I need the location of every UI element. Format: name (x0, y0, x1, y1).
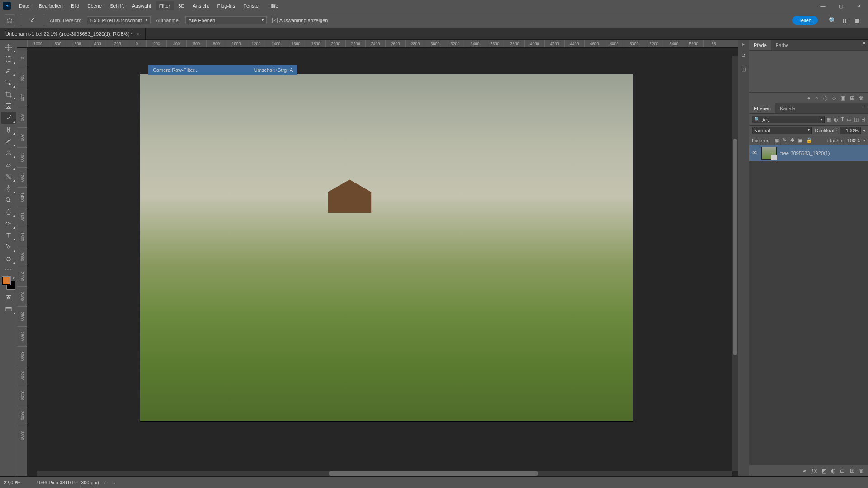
link-layers-icon[interactable]: ⚭ (802, 468, 807, 474)
screen-mode-tool[interactable] (1, 304, 16, 315)
show-ring-checkbox[interactable]: ✓Auswahlring anzeigen (272, 18, 328, 23)
quick-mask-tool[interactable] (1, 292, 16, 304)
tab-farbe[interactable]: Farbe (771, 40, 793, 50)
path-from-selection-icon[interactable]: ◇ (832, 95, 836, 101)
status-flyout-icon[interactable]: › (104, 480, 106, 485)
layer-row[interactable]: 👁 tree-3095683_1920(1) (749, 145, 868, 161)
blur-tool[interactable] (1, 206, 16, 218)
menu-ebene[interactable]: Ebene (84, 1, 105, 10)
close-tab-icon[interactable]: × (137, 31, 140, 37)
filter-pixel-icon[interactable]: ▦ (826, 117, 831, 122)
menu-hilfe[interactable]: Hilfe (264, 1, 282, 10)
brush-tool[interactable] (1, 136, 16, 147)
frame-tool[interactable] (1, 100, 16, 112)
panel-toggle-icon[interactable]: ▥ (855, 17, 861, 24)
panel-menu-icon[interactable]: ≡ (860, 103, 868, 113)
search-icon[interactable]: 🔍 (829, 17, 836, 24)
scrollbar-thumb[interactable] (733, 139, 737, 355)
menu-3d[interactable]: 3D (175, 1, 188, 10)
filter-menu-highlight[interactable]: Camera Raw-Filter... Umschalt+Strg+A (148, 65, 297, 75)
menu-filter[interactable]: Filter (156, 1, 174, 10)
tab-ebenen[interactable]: Ebenen (749, 103, 775, 113)
layer-mask-icon[interactable]: ◩ (821, 468, 826, 474)
doc-info[interactable]: 4936 Px x 3319 Px (300 ppi) (36, 480, 99, 485)
ruler-horizontal[interactable]: -1000-800-600-400-2000200400600800100012… (27, 40, 738, 48)
menu-bearbeiten[interactable]: Bearbeiten (35, 1, 66, 10)
delete-path-icon[interactable]: 🗑 (859, 95, 864, 101)
fill-path-icon[interactable]: ● (807, 95, 811, 101)
layer-filter-dropdown[interactable]: 🔍 Art ▾ (752, 116, 825, 123)
lasso-tool[interactable] (1, 65, 16, 77)
menu-fenster[interactable]: Fenster (240, 1, 264, 10)
visibility-toggle-icon[interactable]: 👁 (752, 150, 758, 156)
sample-size-dropdown[interactable]: 5 x 5 Pixel Durchschnitt▾ (87, 16, 151, 24)
layer-list[interactable]: 👁 tree-3095683_1920(1) (749, 145, 868, 465)
canvas-area[interactable]: Camera Raw-Filter... Umschalt+Strg+A (27, 48, 738, 476)
lock-all-icon[interactable]: 🔒 (806, 137, 812, 143)
eyedropper-tool-icon[interactable] (27, 14, 38, 26)
filter-adjust-icon[interactable]: ◐ (834, 117, 838, 122)
scrollbar-thumb[interactable] (329, 471, 538, 476)
eyedropper-tool[interactable] (1, 112, 16, 124)
ruler-vertical[interactable]: 0200400600800100012001400160018002000220… (17, 48, 27, 476)
layer-group-icon[interactable]: 🗀 (840, 468, 845, 474)
lock-artboard-icon[interactable]: ▣ (798, 137, 802, 143)
shape-tool[interactable] (1, 253, 16, 265)
blend-mode-dropdown[interactable]: Normal▾ (752, 127, 812, 134)
expand-dock-icon[interactable]: ▸ (742, 42, 745, 47)
crop-tool[interactable] (1, 89, 16, 100)
panel-menu-icon[interactable]: ≡ (860, 40, 868, 50)
filter-type-icon[interactable]: T (841, 117, 844, 122)
eraser-tool[interactable] (1, 159, 16, 171)
menu-plugins[interactable]: Plug-ins (213, 1, 239, 10)
menu-datei[interactable]: Datei (15, 1, 34, 10)
minimize-button[interactable]: — (814, 0, 832, 12)
layer-fx-icon[interactable]: ƒx (811, 468, 817, 474)
paths-panel-body[interactable] (749, 51, 868, 92)
status-nav-left-icon[interactable]: ‹ (113, 480, 115, 485)
home-button[interactable] (4, 14, 15, 26)
sample-layers-dropdown[interactable]: Alle Ebenen▾ (185, 16, 267, 24)
fill-input[interactable]: 100% (847, 138, 860, 143)
menu-bild[interactable]: Bild (67, 1, 83, 10)
delete-layer-icon[interactable]: 🗑 (859, 468, 864, 474)
history-panel-icon[interactable]: ↺ (739, 51, 748, 60)
foreground-color[interactable] (2, 277, 10, 285)
lock-pixels-icon[interactable]: ✎ (783, 137, 787, 143)
adjustment-layer-icon[interactable]: ◐ (831, 468, 835, 474)
zoom-value[interactable]: 22,09% (4, 480, 31, 485)
maximize-button[interactable]: ▢ (832, 0, 850, 12)
layer-name-label[interactable]: tree-3095683_1920(1) (780, 150, 865, 156)
lock-position-icon[interactable]: ✥ (790, 137, 794, 143)
document-tab[interactable]: Unbenannt-1 bei 22,1% (tree-3095683_1920… (0, 28, 146, 39)
close-button[interactable]: ✕ (850, 0, 868, 12)
opacity-input[interactable]: 100% (840, 127, 861, 134)
marquee-tool[interactable] (1, 53, 16, 65)
new-path-icon[interactable]: ⊞ (850, 95, 854, 101)
document-image[interactable] (140, 74, 633, 421)
new-layer-icon[interactable]: ⊞ (850, 468, 854, 474)
selection-from-path-icon[interactable]: ◌ (823, 95, 827, 101)
path-select-tool[interactable] (1, 241, 16, 253)
gradient-tool[interactable] (1, 171, 16, 183)
tab-pfade[interactable]: Pfade (749, 40, 771, 50)
menu-ansicht[interactable]: Ansicht (189, 1, 212, 10)
type-tool[interactable] (1, 230, 16, 241)
vertical-scrollbar[interactable] (732, 56, 738, 471)
pen-tool[interactable] (1, 183, 16, 194)
move-tool[interactable] (1, 42, 16, 53)
libraries-panel-icon[interactable]: ◫ (739, 65, 748, 74)
stroke-path-icon[interactable]: ○ (815, 95, 818, 101)
layer-thumbnail[interactable] (761, 147, 777, 160)
horizontal-scrollbar[interactable] (37, 471, 732, 476)
chevron-down-icon[interactable]: ▾ (863, 129, 865, 133)
lock-transparency-icon[interactable]: ▩ (774, 137, 779, 143)
ruler-origin[interactable] (17, 40, 27, 48)
clone-stamp-tool[interactable] (1, 147, 16, 159)
menu-auswahl[interactable]: Auswahl (128, 1, 155, 10)
zoom-tool[interactable] (1, 194, 16, 206)
healing-tool[interactable] (1, 124, 16, 136)
swap-colors-icon[interactable]: ⇄ (13, 276, 16, 280)
menu-schrift[interactable]: Schrift (106, 1, 127, 10)
object-select-tool[interactable] (1, 77, 16, 89)
